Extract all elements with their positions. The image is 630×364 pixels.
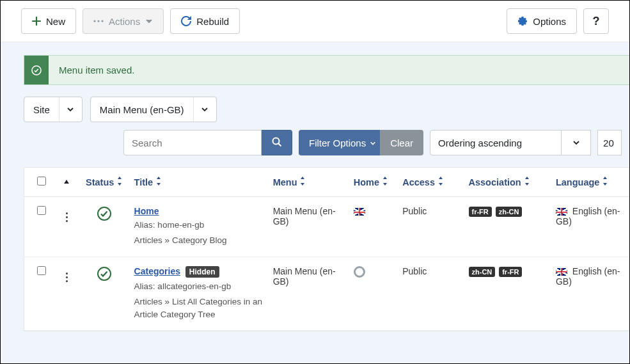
table-row: Categories Hidden Alias: allcategories-e… [24,257,630,331]
filter-bar-2: Filter Options Clear Ordering ascending [24,130,629,155]
row-checkbox[interactable] [37,266,46,275]
svg-point-4 [272,138,279,144]
rebuild-label: Rebuild [196,16,229,27]
hidden-badge: Hidden [185,266,219,278]
ordering-select[interactable]: Ordering ascending [430,130,562,155]
chevron-down-icon [193,97,216,122]
flag-icon[interactable] [354,208,365,216]
menu-label: Main Menu (en-GB) [91,104,193,115]
flag-icon [556,268,567,276]
association-badge[interactable]: zh-CN [469,267,496,277]
item-menu: Main Menu (en-GB) [268,257,349,331]
chevron-down-icon [370,138,376,148]
column-access[interactable]: Access [402,177,444,187]
limit-label: 20 [603,138,614,148]
menu-select[interactable]: Main Menu (en-GB) [90,97,217,122]
association-badge[interactable]: zh-CN [496,207,523,217]
table-row: Home Alias: home-en-gb Articles » Catego… [24,197,630,257]
actions-label: Actions [109,16,140,27]
search-input[interactable] [123,130,262,155]
association-badge[interactable]: fr-FR [499,267,522,277]
sort-icon [602,177,608,187]
sort-icon [299,177,306,187]
client-label: Site [24,104,59,115]
item-title-link[interactable]: Home [134,206,159,216]
item-path: Articles » Category Blog [134,234,263,247]
item-title-link[interactable]: Categories [134,266,180,276]
home-toggle[interactable] [354,266,365,278]
sort-icon [382,177,388,187]
new-button[interactable]: New [21,8,76,34]
refresh-icon [181,16,191,26]
actions-button: Actions [83,8,164,34]
column-menu[interactable]: Menu [273,177,306,187]
rebuild-button[interactable]: Rebuild [170,8,240,34]
limit-select[interactable]: 20 [597,130,622,155]
sort-icon [155,177,162,187]
filter-bar-1: Site Main Menu (en-GB) [24,97,629,122]
sort-icon [437,177,444,187]
select-all-checkbox[interactable] [37,177,46,186]
column-association[interactable]: Association [469,177,530,187]
item-access: Public [397,257,463,331]
svg-point-2 [101,20,103,22]
ordering-label: Ordering ascending [438,138,522,148]
clear-label: Clear [390,138,413,148]
chevron-down-icon [59,97,82,122]
item-menu: Main Menu (en-GB) [268,197,349,257]
row-actions-button[interactable] [63,270,70,285]
association-badge[interactable]: fr-FR [469,207,492,217]
alert-success: Menu item saved. [24,55,629,85]
ellipsis-icon [93,20,104,22]
item-access: Public [397,197,463,257]
help-button[interactable]: ? [583,8,609,34]
row-actions-button[interactable] [63,210,70,225]
filter-options-label: Filter Options [309,138,366,148]
column-ordering[interactable] [53,168,79,197]
new-label: New [46,16,65,27]
search-icon [272,137,282,149]
column-language[interactable]: Language [556,177,608,187]
alert-text: Menu item saved. [49,56,629,84]
options-button[interactable]: Options [507,8,577,34]
filter-options-button[interactable]: Filter Options [299,130,386,155]
item-path: Articles » List All Categories in an Art… [134,296,263,322]
sort-up-icon [63,177,70,187]
column-home[interactable]: Home [354,177,388,187]
options-label: Options [533,16,566,27]
gear-icon [517,16,528,26]
published-icon[interactable] [97,266,112,281]
plus-icon [32,17,41,26]
client-select[interactable]: Site [24,97,83,122]
svg-point-1 [97,20,99,22]
chevron-down-icon [145,17,153,25]
item-alias: Alias: allcategories-en-gb [134,280,263,293]
flag-icon [556,208,567,216]
item-alias: Alias: home-en-gb [134,219,263,232]
menu-items-table: Status Title Menu Home Access Associatio… [24,167,630,331]
clear-button[interactable]: Clear [380,130,423,155]
search-button[interactable] [262,130,292,155]
sort-icon [524,177,530,187]
row-checkbox[interactable] [37,206,46,215]
toolbar: New Actions Rebuild Options ? [1,1,629,42]
published-icon[interactable] [97,206,112,221]
column-title[interactable]: Title [134,177,162,187]
chevron-down-icon[interactable] [562,130,591,155]
sort-icon [116,177,123,187]
help-icon: ? [593,15,600,28]
column-status[interactable]: Status [86,177,123,187]
check-circle-icon [24,56,49,84]
svg-point-0 [93,20,95,22]
